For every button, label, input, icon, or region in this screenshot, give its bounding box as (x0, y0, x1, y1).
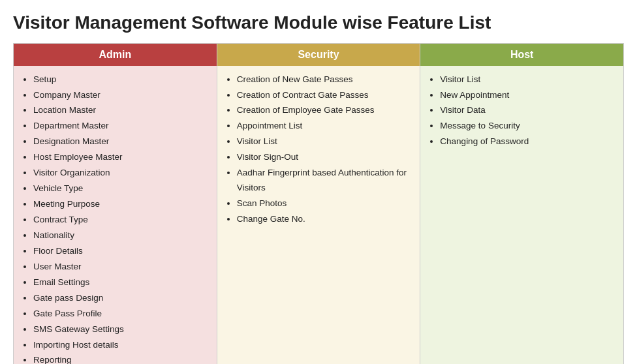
list-item: Creation of Employee Gate Passes (237, 103, 414, 118)
list-item: User Master (33, 260, 210, 275)
host-body: Visitor ListNew AppointmentVisitor DataM… (420, 66, 623, 160)
security-header: Security (217, 44, 420, 66)
list-item: Visitor List (440, 72, 617, 87)
admin-header: Admin (14, 44, 217, 66)
list-item: Appointment List (237, 119, 414, 134)
column-admin: AdminSetupCompany MasterLocation MasterD… (13, 43, 217, 364)
list-item: Nationality (33, 228, 210, 243)
list-item: Vehicle Type (33, 181, 210, 196)
list-item: Changing of Password (440, 134, 617, 149)
list-item: Gate Pass Profile (33, 307, 210, 322)
host-list: Visitor ListNew AppointmentVisitor DataM… (431, 72, 617, 150)
security-list: Creation of New Gate Passes Creation of … (228, 72, 414, 227)
security-body: Creation of New Gate Passes Creation of … (217, 66, 420, 237)
list-item: Company Master (33, 88, 210, 103)
list-item: Importing Host details (33, 338, 210, 353)
list-item: SMS Gateway Settings (33, 322, 210, 337)
page-title: Visitor Management Software Module wise … (13, 12, 624, 34)
list-item: Department Master (33, 119, 210, 134)
column-host: HostVisitor ListNew AppointmentVisitor D… (420, 43, 624, 364)
list-item: Contract Type (33, 213, 210, 228)
feature-columns: AdminSetupCompany MasterLocation MasterD… (13, 43, 624, 364)
list-item: New Appointment (440, 88, 617, 103)
list-item: Reporting (33, 353, 210, 364)
list-item: Aadhar Fingerprint based Authentication … (237, 166, 414, 196)
list-item: Floor Details (33, 244, 210, 259)
list-item: Visitor Data (440, 103, 617, 118)
list-item: Visitor Sign-Out (237, 150, 414, 165)
list-item: Location Master (33, 103, 210, 118)
list-item: Message to Security (440, 119, 617, 134)
column-security: Security Creation of New Gate Passes Cre… (217, 43, 421, 364)
list-item: Setup (33, 72, 210, 87)
list-item: Change Gate No. (237, 212, 414, 227)
list-item: Visitor Organization (33, 166, 210, 181)
list-item: Designation Master (33, 134, 210, 149)
list-item: Email Settings (33, 275, 210, 290)
admin-list: SetupCompany MasterLocation MasterDepart… (24, 72, 210, 364)
list-item: Creation of Contract Gate Passes (237, 88, 414, 103)
list-item: Creation of New Gate Passes (237, 72, 414, 87)
admin-body: SetupCompany MasterLocation MasterDepart… (14, 66, 217, 364)
list-item: Scan Photos (237, 196, 414, 211)
list-item: Meeting Purpose (33, 197, 210, 212)
host-header: Host (420, 44, 623, 66)
list-item: Visitor List (237, 134, 414, 149)
list-item: Host Employee Master (33, 150, 210, 165)
list-item: Gate pass Design (33, 291, 210, 306)
